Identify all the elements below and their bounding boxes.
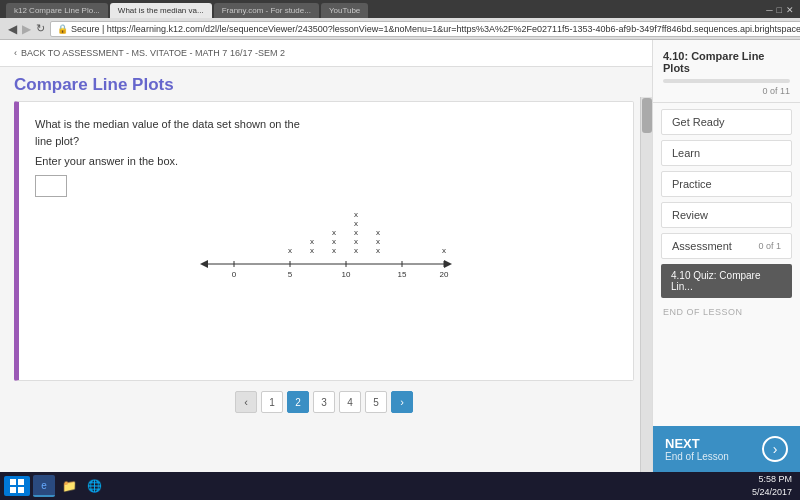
scroll-bar[interactable] — [640, 97, 652, 472]
sidebar-items: Get Ready Learn Practice Review Assessme… — [653, 103, 800, 426]
svg-text:x: x — [376, 228, 380, 237]
right-sidebar: 4.10: Compare Line Plots 0 of 11 Get Rea… — [652, 40, 800, 472]
start-button[interactable] — [4, 476, 30, 496]
svg-text:20: 20 — [440, 270, 449, 279]
next-button-text: NEXT End of Lesson — [665, 436, 729, 462]
maximize-icon[interactable]: □ — [777, 5, 782, 15]
page-3-button[interactable]: 3 — [313, 391, 335, 413]
svg-text:x: x — [442, 246, 446, 255]
page-1-button[interactable]: 1 — [261, 391, 283, 413]
svg-text:x: x — [376, 246, 380, 255]
svg-rect-28 — [10, 479, 16, 485]
svg-text:15: 15 — [398, 270, 407, 279]
page-2-button[interactable]: 2 — [287, 391, 309, 413]
progress-text: 0 of 11 — [663, 86, 790, 96]
question-instruction: Enter your answer in the box. — [35, 155, 617, 167]
progress-bar — [663, 79, 790, 83]
taskbar: e 📁 🌐 5:58 PM 5/24/2017 — [0, 472, 800, 500]
pagination: ‹ 1 2 3 4 5 › — [14, 381, 634, 423]
breadcrumb-text: BACK TO ASSESSMENT - MS. VITATOE - MATH … — [21, 48, 285, 58]
url-text: Secure | https://learning.k12.com/d2l/le… — [71, 24, 800, 34]
svg-text:x: x — [354, 210, 358, 219]
scroll-thumb[interactable] — [642, 98, 652, 133]
svg-text:10: 10 — [342, 270, 351, 279]
svg-rect-30 — [10, 487, 16, 493]
taskbar-time: 5:58 PM 5/24/2017 — [752, 473, 796, 498]
svg-text:x: x — [310, 246, 314, 255]
browser-chrome: k12 Compare Line Plo... What is the medi… — [0, 0, 800, 18]
assessment-label: Assessment — [672, 240, 732, 252]
page-4-button[interactable]: 4 — [339, 391, 361, 413]
assessment-badge: 0 of 1 — [758, 241, 781, 251]
end-of-lesson-label: END OF LESSON — [661, 303, 792, 321]
minimize-icon[interactable]: ─ — [766, 5, 772, 15]
prev-page-button[interactable]: ‹ — [235, 391, 257, 413]
svg-text:x: x — [354, 246, 358, 255]
sidebar-item-learn[interactable]: Learn — [661, 140, 792, 166]
next-button-subtitle: End of Lesson — [665, 451, 729, 462]
svg-rect-29 — [18, 479, 24, 485]
back-arrow-icon: ‹ — [14, 48, 17, 58]
forward-nav-button[interactable]: ▶ — [22, 22, 31, 36]
question-card: What is the median value of the data set… — [14, 101, 634, 381]
sidebar-item-assessment[interactable]: Assessment 0 of 1 — [661, 233, 792, 259]
svg-text:x: x — [354, 237, 358, 246]
breadcrumb[interactable]: ‹ BACK TO ASSESSMENT - MS. VITATOE - MAT… — [0, 40, 652, 67]
taskbar-chrome-icon[interactable]: 🌐 — [83, 475, 105, 497]
close-icon[interactable]: ✕ — [786, 5, 794, 15]
svg-text:x: x — [310, 237, 314, 246]
svg-text:x: x — [332, 228, 336, 237]
next-page-button[interactable]: › — [391, 391, 413, 413]
sidebar-header: 4.10: Compare Line Plots 0 of 11 — [653, 40, 800, 103]
question-text-line2: line plot? — [35, 133, 617, 150]
sidebar-item-quiz-active[interactable]: 4.10 Quiz: Compare Lin... — [661, 264, 792, 298]
svg-marker-15 — [200, 260, 208, 268]
sidebar-title: 4.10: Compare Line Plots — [663, 50, 790, 74]
svg-text:x: x — [288, 246, 292, 255]
sidebar-item-get-ready[interactable]: Get Ready — [661, 109, 792, 135]
taskbar-app-icon[interactable]: e — [33, 475, 55, 497]
svg-text:5: 5 — [288, 270, 293, 279]
sidebar-item-practice[interactable]: Practice — [661, 171, 792, 197]
left-panel: ‹ BACK TO ASSESSMENT - MS. VITATOE - MAT… — [0, 40, 652, 472]
lock-icon: 🔒 — [57, 24, 68, 34]
svg-text:x: x — [354, 228, 358, 237]
browser-tab-active[interactable]: What is the median va... — [110, 3, 212, 18]
svg-text:x: x — [332, 237, 336, 246]
page-5-button[interactable]: 5 — [365, 391, 387, 413]
svg-text:x: x — [376, 237, 380, 246]
next-arrow-icon: › — [762, 436, 788, 462]
svg-text:x: x — [354, 219, 358, 228]
sidebar-item-review[interactable]: Review — [661, 202, 792, 228]
svg-rect-31 — [18, 487, 24, 493]
browser-tab[interactable]: k12 Compare Line Plo... — [6, 3, 108, 18]
svg-marker-17 — [444, 260, 452, 268]
url-input[interactable]: 🔒 Secure | https://learning.k12.com/d2l/… — [50, 21, 800, 37]
svg-text:0: 0 — [232, 270, 237, 279]
taskbar-file-icon[interactable]: 📁 — [58, 475, 80, 497]
line-plot: x x x x x x x x x x — [186, 207, 466, 285]
question-text-line1: What is the median value of the data set… — [35, 116, 617, 133]
next-button-label: NEXT — [665, 436, 729, 451]
svg-text:x: x — [332, 246, 336, 255]
refresh-button[interactable]: ↻ — [36, 22, 45, 35]
browser-tab[interactable]: Franny.com - For stude... — [214, 3, 319, 18]
next-button[interactable]: NEXT End of Lesson › — [653, 426, 800, 472]
browser-tab[interactable]: YouTube — [321, 3, 368, 18]
page-title: Compare Line Plots — [0, 67, 652, 97]
address-bar: ◀ ▶ ↻ 🔒 Secure | https://learning.k12.co… — [0, 18, 800, 40]
answer-input-box[interactable] — [35, 175, 67, 197]
back-nav-button[interactable]: ◀ — [8, 22, 17, 36]
